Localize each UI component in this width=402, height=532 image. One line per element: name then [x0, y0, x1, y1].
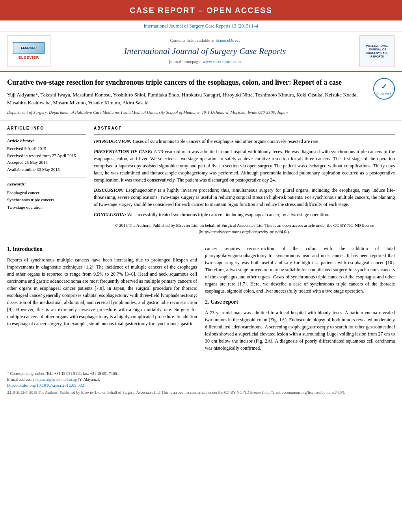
- article-history: Article history: Received 9 April 2015 R…: [7, 138, 86, 173]
- divider2: [7, 178, 86, 178]
- section1-heading: 1. Introduction: [7, 245, 197, 253]
- abstract-divider: [94, 134, 395, 135]
- article-header: Curative two-stage resection for synchro…: [7, 78, 395, 116]
- divider: [7, 134, 86, 135]
- abstract-heading: ABSTRACT: [94, 126, 395, 131]
- abstract-section: ABSTRACT INTRODUCTION: Cases of synchron…: [94, 126, 395, 235]
- received-date: Received 9 April 2015: [7, 145, 86, 152]
- email-label: E-mail address:: [7, 377, 33, 382]
- email-note: (Y. Akiyama).: [78, 377, 100, 382]
- article-info-heading: ARTICLE INFO: [7, 126, 86, 131]
- affiliation: Department of Surgery, Department of Pal…: [7, 109, 367, 115]
- abstract-discussion: DISCUSSION: Esophagectomy is a highly in…: [94, 187, 395, 208]
- section2-para: A 73-year-old man was admitted to a loca…: [205, 309, 395, 352]
- abstract-intro: INTRODUCTION: Cases of synchronous tripl…: [94, 138, 395, 145]
- email-link[interactable]: yakiyama@iwate-med.ac.jp: [33, 377, 77, 382]
- article-info-abstract-section: ARTICLE INFO Article history: Received 9…: [0, 121, 402, 240]
- journal-header: ELSEVIER ELSEVIER Contents lists availab…: [0, 32, 402, 72]
- body-section: 1. Introduction Reports of synchronous m…: [0, 240, 402, 360]
- crossmark-symbol: ✓: [381, 82, 387, 92]
- article-section: Curative two-stage resection for synchro…: [0, 72, 402, 121]
- body-col-right: cancer requires reconstruction of the co…: [205, 245, 395, 355]
- abstract-copyright: © 2015 The Authors. Published by Elsevie…: [94, 222, 395, 235]
- article-info-section: ARTICLE INFO Article history: Received 9…: [7, 126, 86, 235]
- journal-name: International Journal of Surgery Case Re…: [58, 46, 352, 56]
- accepted-date: Accepted 25 May 2015: [7, 159, 86, 166]
- crossmark-label: CrossMark: [376, 92, 391, 96]
- page-footer: * Corresponding author. Tel.: +81 19 651…: [0, 363, 402, 399]
- journal-homepage: journal homepage: www.casereports.com: [58, 59, 352, 65]
- crossmark-badge[interactable]: ✓ CrossMark: [373, 78, 395, 100]
- banner-title: CASE REPORT – OPEN ACCESS: [130, 6, 272, 15]
- sciencedirect-link[interactable]: ScienceDirect: [216, 38, 240, 43]
- authors: Yuji Akiyama*, Takeshi Iwaya, Masafumi K…: [7, 91, 367, 106]
- article-history-heading: Article history:: [7, 138, 86, 144]
- article-title-block: Curative two-stage resection for synchro…: [7, 78, 367, 116]
- elsevier-logo-img: ELSEVIER: [13, 42, 45, 54]
- journal-info-bar: International Journal of Surgery Case Re…: [0, 20, 402, 32]
- homepage-link[interactable]: www.casereports.com: [203, 59, 241, 64]
- keywords-section: Keywords: Esophageal cancer Synchronous …: [7, 178, 86, 211]
- keyword3: Two-stage operation: [7, 204, 86, 211]
- journal-logo-right: INTERNATIONAL JOURNAL OF SURGERY CASE RE…: [359, 35, 395, 67]
- abstract-case: PRESENTATION OF CASE: A 73-year-old man …: [94, 148, 395, 184]
- body-col-left: 1. Introduction Reports of synchronous m…: [7, 245, 197, 355]
- elsevier-logo-block: ELSEVIER ELSEVIER: [7, 35, 50, 67]
- article-title: Curative two-stage resection for synchro…: [7, 78, 367, 87]
- abstract-conclusion: CONCLUSION: We successfully treated sync…: [94, 211, 395, 218]
- revised-date: Received in revised form 27 April 2015: [7, 152, 86, 159]
- keyword1: Esophageal cancer: [7, 189, 86, 196]
- elsevier-label: ELSEVIER: [19, 55, 39, 60]
- available-date: Available online 30 May 2015: [7, 166, 86, 173]
- section1-para: Reports of synchronous multiple cancers …: [7, 256, 197, 327]
- journal-title-block: Contents lists available at ScienceDirec…: [50, 37, 359, 65]
- header-banner: CASE REPORT – OPEN ACCESS: [0, 0, 402, 20]
- contents-available: Contents lists available at ScienceDirec…: [58, 37, 352, 43]
- keyword2: Synchronous triple cancers: [7, 196, 86, 204]
- footnote-star: * Corresponding author. Tel.: +81 19 651…: [7, 368, 395, 382]
- doi-line: http://dx.doi.org/10.1016/j.ijscr.2015.0…: [7, 382, 395, 388]
- section2-heading: 2. Case report: [205, 298, 395, 306]
- journal-citation: International Journal of Surgery Case Re…: [143, 23, 258, 29]
- keywords-heading: Keywords:: [7, 181, 86, 187]
- journal-logo-right-text: INTERNATIONAL JOURNAL OF SURGERY CASE RE…: [361, 44, 393, 58]
- section1-para-cont: cancer requires reconstruction of the co…: [205, 245, 395, 295]
- copyright-footer: 2210-2612/© 2015 The Authors. Published …: [7, 390, 395, 395]
